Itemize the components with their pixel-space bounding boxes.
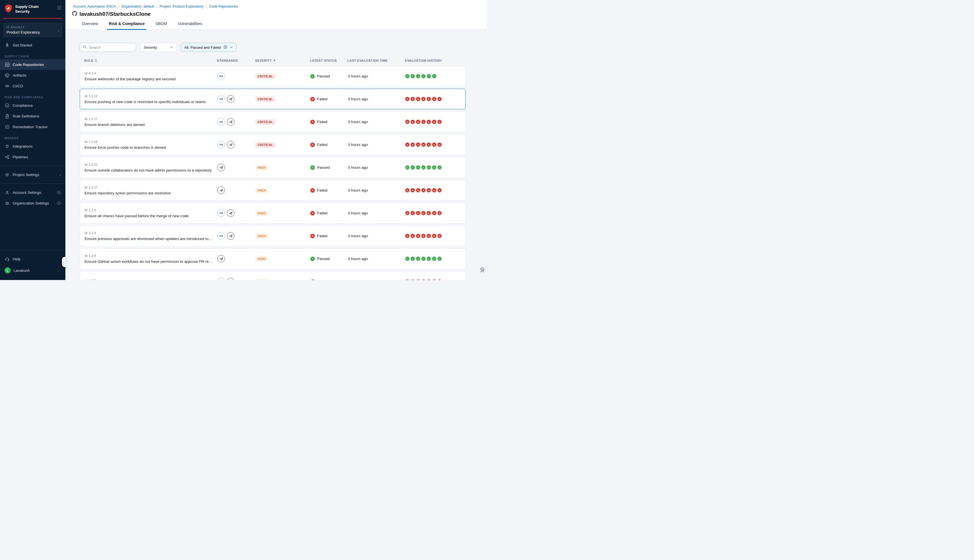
history-fail-icon: ×	[410, 211, 415, 215]
rule-definitions-icon	[5, 113, 10, 118]
severity-cell: HIGH	[255, 279, 310, 280]
rule-title: Ensure outside collaborators do not have…	[85, 168, 217, 172]
history-fail-icon: ×	[405, 143, 410, 147]
rule-id: Id: 1.1.16	[85, 140, 217, 143]
standards-cell: CIS	[217, 232, 255, 240]
headset-icon	[5, 256, 10, 262]
cis-standard-badge: CIS	[217, 95, 225, 103]
history-fail-icon: ×	[416, 143, 420, 147]
sidebar-item-pipelines[interactable]: Pipelines	[0, 152, 65, 162]
sidebar-item-code-repositories[interactable]: Code Repositories	[0, 59, 65, 70]
severity-cell: HIGH	[255, 233, 310, 239]
user-menu[interactable]: L Lavakush	[0, 264, 65, 277]
sidebar-collapse-handle[interactable]: ‹	[62, 257, 66, 267]
cicd-icon	[5, 83, 10, 88]
scorecard-standard-badge	[217, 255, 225, 263]
sidebar-item-compliance[interactable]: Compliance	[0, 100, 65, 111]
severity-cell: CRITICAL	[255, 73, 310, 79]
history-pass-icon: ✓	[432, 165, 436, 170]
history-pass-icon: ✓	[437, 165, 442, 170]
history-pass-icon: ✓	[405, 165, 410, 170]
artifacts-icon	[5, 73, 10, 78]
status-icon: ×	[310, 143, 315, 147]
sidebar-item-remediation-tracker[interactable]: Remediation Tracker	[0, 122, 65, 132]
tab-vulnerabilities[interactable]: Vulnerabilities	[178, 22, 202, 30]
info-icon	[57, 190, 61, 194]
severity-badge: HIGH	[255, 188, 268, 193]
table-row[interactable]: Id: 4.3.4 Ensure webhooks of the package…	[80, 66, 465, 87]
sidebar-item-label: Rule Definitions	[13, 114, 40, 118]
sidebar-item-organization-settings[interactable]: Organization Settings	[0, 198, 65, 208]
evaluation-time: 3 hours ago	[348, 143, 405, 147]
support-chat-icon[interactable]	[479, 267, 485, 274]
column-header-severity[interactable]: SEVERITY	[255, 59, 310, 62]
table-row[interactable]: Id: 1.2.9 Ensure GitHub action workflows…	[80, 248, 465, 269]
table-row[interactable]: Id: 1.1.5 CIS HIGH × Failed 3 hours	[80, 271, 465, 280]
table-row[interactable]: Id: 1.1.15 Ensure pushing of new code is…	[80, 89, 465, 109]
cis-standard-badge: CIS	[217, 141, 225, 148]
severity-badge: CRITICAL	[255, 142, 275, 148]
column-header-rule[interactable]: RULE	[80, 58, 217, 62]
breadcrumb-code-repositories[interactable]: Code Repositories	[209, 5, 238, 8]
column-header-latest-status: LATEST STATUS	[310, 59, 347, 62]
sidebar-item-get-started[interactable]: Get Started	[0, 40, 65, 50]
project-selector[interactable]: PROJECT Product Exploratory ›	[3, 23, 62, 37]
table-header-row: RULE STANDARDS SEVERITY LATEST STATUS LA…	[80, 58, 465, 62]
avatar: L	[5, 267, 11, 273]
table-row[interactable]: Id: 1.2.17 Ensure repository action perm…	[80, 180, 465, 200]
page-header: Account: Automation-SSCA › Organization:…	[65, 0, 487, 30]
sidebar-item-integrations[interactable]: Integrations	[0, 141, 65, 152]
severity-cell: HIGH	[255, 165, 310, 170]
rule-cell: Id: 1.1.15 Ensure pushing of new code is…	[80, 94, 217, 104]
account-icon	[5, 190, 10, 195]
clear-filter-icon[interactable]	[223, 45, 227, 50]
table-row[interactable]: Id: 1.2.21 Ensure outside collaborators …	[80, 157, 465, 178]
history-fail-icon: ×	[427, 280, 431, 280]
evaluation-time: 3 hours ago	[348, 188, 405, 192]
table-row[interactable]: Id: 1.1.9 Ensure all checks have passed …	[80, 203, 465, 223]
rule-id: Id: 1.1.5	[85, 279, 217, 280]
cis-standard-badge: CIS	[217, 72, 225, 80]
table-row[interactable]: Id: 1.1.17 Ensure branch deletions are d…	[80, 112, 465, 132]
rule-id: Id: 1.1.9	[85, 208, 217, 212]
standards-cell: CIS	[217, 118, 255, 126]
rule-title: Ensure previous approvals are dismissed …	[85, 237, 217, 241]
status-icon: ×	[310, 120, 315, 124]
breadcrumb-account[interactable]: Account: Automation-SSCA	[73, 5, 116, 8]
sidebar-item-label: Code Repositories	[13, 63, 44, 67]
status-label: Failed	[317, 188, 327, 192]
status-filter-dropdown[interactable]: All: Passed and Failed	[181, 43, 237, 52]
tab-risk-compliance[interactable]: Risk & Compliance	[109, 22, 145, 30]
history-fail-icon: ×	[432, 143, 436, 147]
search-input[interactable]	[89, 45, 133, 50]
history-cell: ✓✓✓✓✓✓✓	[405, 257, 465, 261]
sidebar-item-help[interactable]: Help	[0, 253, 65, 264]
status-label: Failed	[317, 97, 327, 101]
chevron-separator-icon: ›	[206, 5, 207, 8]
organization-icon	[5, 200, 10, 206]
tab-sbom[interactable]: SBOM	[155, 22, 167, 30]
severity-filter-dropdown[interactable]: Severity	[140, 43, 177, 52]
sidebar-item-account-settings[interactable]: Account Settings	[0, 187, 65, 198]
breadcrumb-project[interactable]: Project: Product Exploratory	[160, 5, 203, 8]
breadcrumb-organization[interactable]: Organization: default	[122, 5, 154, 8]
sidebar-item-rule-definitions[interactable]: Rule Definitions	[0, 111, 65, 122]
sidebar-item-cicd[interactable]: CI/CD	[0, 80, 65, 91]
app-logo-shield-icon	[5, 4, 12, 14]
chevron-separator-icon: ›	[118, 5, 119, 8]
user-name: Lavakush	[13, 268, 30, 273]
tab-overview[interactable]: Overview	[82, 22, 98, 30]
sidebar-item-label: Get Started	[13, 43, 32, 47]
table-row[interactable]: Id: 1.1.4 Ensure previous approvals are …	[80, 226, 465, 246]
breadcrumb: Account: Automation-SSCA › Organization:…	[65, 5, 487, 8]
status-filter-label: All: Passed and Failed	[184, 45, 221, 50]
sidebar-item-label: Pipelines	[13, 155, 28, 159]
history-pass-icon: ✓	[416, 165, 420, 170]
module-grid-icon[interactable]	[57, 6, 62, 11]
sidebar-item-project-settings[interactable]: Project Settings ›	[0, 169, 65, 180]
status-cell: × Failed	[310, 97, 348, 102]
cis-standard-badge: CIS	[217, 118, 225, 126]
sidebar-item-artifacts[interactable]: Artifacts	[0, 70, 65, 80]
table-row[interactable]: Id: 1.1.16 Ensure force pushes code to b…	[80, 134, 465, 155]
history-fail-icon: ×	[432, 211, 436, 215]
